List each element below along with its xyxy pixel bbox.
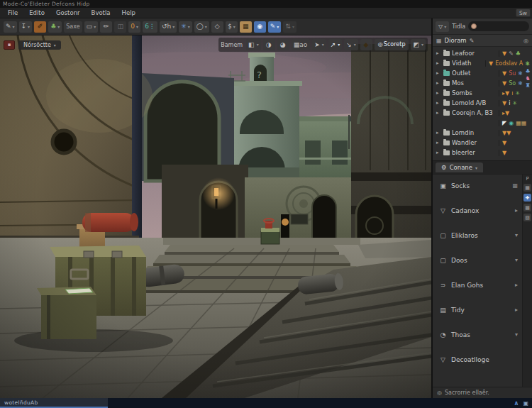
mesh-icon[interactable]: ▼ bbox=[502, 50, 506, 57]
properties-row[interactable]: ⊃ Elan Gohs ▸ bbox=[439, 280, 518, 290]
toolbar-button[interactable]: ✏ ▾ bbox=[100, 21, 112, 33]
viewport-toggle-button[interactable]: ➤ ▾ bbox=[312, 39, 326, 50]
outliner-row[interactable]: ▸ Outlet ▼ Su ❄ bbox=[433, 68, 532, 78]
viewport-toggle-button[interactable]: ◕ ▾ bbox=[277, 39, 289, 50]
data-type-icon[interactable]: ♣ bbox=[525, 68, 530, 75]
properties-row[interactable]: ▢ Doos ▾ bbox=[439, 255, 518, 265]
data-type-icon[interactable]: ♜ bbox=[525, 82, 530, 89]
expand-arrow-icon[interactable]: ▸ bbox=[436, 90, 441, 96]
menu-item[interactable]: Help bbox=[117, 9, 140, 17]
chevron-icon[interactable]: ▸ bbox=[515, 207, 518, 214]
badge-icon[interactable]: ▦▦ bbox=[516, 120, 526, 126]
expand-arrow-icon[interactable]: ▸ bbox=[436, 150, 441, 155]
toolbar-button[interactable]: ♣ ▾ bbox=[48, 21, 62, 33]
toolbar-button[interactable]: ↺h ▾ bbox=[160, 21, 177, 33]
properties-row[interactable]: ▽ Cadanox ▸ bbox=[439, 205, 518, 216]
viewport-toggle-button[interactable]: ◩ ▾ bbox=[411, 39, 426, 50]
toolbar-button[interactable]: ▦ ▾ bbox=[240, 21, 252, 33]
outliner-row[interactable]: ▸ Coorejn A, B3 ▸▼ bbox=[433, 108, 532, 118]
mesh-icon[interactable]: ▸▼ bbox=[502, 90, 509, 97]
outliner-row[interactable]: ▸ bleerler ▼ bbox=[433, 148, 532, 158]
properties-row[interactable]: ◔ Thoas ▾ bbox=[439, 329, 518, 340]
mesh-icon[interactable]: ▼ bbox=[502, 150, 506, 156]
property-tab-icon[interactable]: ▨ bbox=[523, 214, 531, 221]
property-tab-icon[interactable]: ▦ bbox=[523, 184, 531, 192]
outliner-row[interactable]: ▸ Lomold A/B ▼ i ✳ bbox=[433, 98, 532, 108]
chevron-icon[interactable]: ▸ bbox=[515, 282, 518, 288]
toolbar-button[interactable]: ✐ ▾ bbox=[34, 21, 46, 33]
outliner-row[interactable]: ▸ Sombs ▸▼ ı ✳ bbox=[433, 88, 532, 98]
menu-item[interactable]: File bbox=[3, 9, 23, 17]
toolbar-button[interactable]: ◉ ▾ bbox=[254, 21, 266, 33]
properties-row[interactable]: ▣ Socks ▦ bbox=[439, 180, 518, 191]
viewport-toggle-button[interactable]: ◑ ▾ bbox=[263, 39, 275, 50]
toolbar-button[interactable]: Saxe ▾ bbox=[64, 21, 82, 33]
mesh-icon[interactable]: ▼ bbox=[502, 70, 506, 77]
search-input[interactable] bbox=[468, 21, 529, 31]
badge-icon[interactable]: ı bbox=[511, 90, 513, 97]
outliner-row[interactable]: ▸ Vidath ▼ Eodslav A ❄ bbox=[433, 58, 532, 68]
status-grid-icon[interactable]: ▣ bbox=[523, 400, 528, 407]
chevron-icon[interactable]: ▾ bbox=[515, 257, 518, 263]
toolbar-button[interactable]: ◫ ▾ bbox=[114, 21, 126, 33]
expand-arrow-icon[interactable]: ▸ bbox=[436, 110, 441, 116]
data-type-icon[interactable]: ♞ bbox=[525, 75, 530, 82]
viewport-toggle-button[interactable]: ◎ Scoretp ▾ bbox=[375, 39, 409, 50]
toolbar-button[interactable]: ▭ ▾ bbox=[84, 21, 99, 33]
badge-icon[interactable]: ❄ bbox=[518, 70, 523, 77]
toolbar-button[interactable]: 6⋮ ▾ bbox=[143, 21, 157, 33]
viewport-toggle-button[interactable]: ▦ao ▾ bbox=[292, 39, 311, 50]
badge-icon[interactable]: ❄ bbox=[518, 80, 523, 87]
properties-row[interactable]: ▤ Tidy ▸ bbox=[439, 304, 518, 315]
badge-icon[interactable]: Eodslav A bbox=[495, 60, 523, 67]
menu-item[interactable]: Gostonr bbox=[51, 9, 85, 17]
badge-icon[interactable]: Su bbox=[509, 70, 516, 77]
expand-arrow-icon[interactable]: ▸ bbox=[436, 100, 441, 106]
badge-icon[interactable]: ◉ bbox=[509, 120, 514, 126]
chevron-icon[interactable]: ▦ bbox=[512, 182, 518, 189]
outliner-row[interactable]: ▸ Lomdin ▼▼ bbox=[433, 128, 532, 138]
badge-icon[interactable]: So bbox=[509, 80, 516, 87]
mesh-icon[interactable]: ▸▼ bbox=[502, 110, 509, 116]
panel-corner-button[interactable]: Sw bbox=[516, 9, 531, 17]
toolbar-button[interactable]: ◯ ▾ bbox=[194, 21, 209, 33]
visibility-icon[interactable]: ◎ bbox=[523, 38, 528, 44]
viewport-toggle-button[interactable]: ↘ ▾ bbox=[344, 39, 358, 50]
view-dropdown[interactable]: Nórsöctte ▾ bbox=[18, 40, 61, 50]
toolbar-button[interactable]: ↧ ▾ bbox=[19, 21, 33, 33]
properties-row[interactable]: ▢ Eliklaros ▾ bbox=[439, 230, 518, 241]
toolbar-button[interactable]: 0 ▾ bbox=[128, 21, 140, 33]
expand-arrow-icon[interactable]: ▸ bbox=[436, 130, 441, 136]
chevron-icon[interactable]: ▾ bbox=[515, 331, 518, 338]
outliner-row[interactable]: ▸ Wandler ▼ bbox=[433, 138, 532, 148]
editor-mode-button[interactable]: ▪ bbox=[4, 40, 15, 50]
mesh-icon[interactable]: ▼ bbox=[502, 100, 506, 106]
badge-icon[interactable]: ✳ bbox=[515, 90, 520, 97]
menu-item[interactable]: Edito bbox=[24, 9, 50, 17]
expand-arrow-icon[interactable]: ▸ bbox=[436, 80, 441, 86]
viewport-toggle-button[interactable]: ◧ ▾ bbox=[246, 39, 261, 50]
viewport-toggle-button[interactable]: ◆ ▾ bbox=[360, 39, 372, 50]
mesh-icon[interactable]: ▼ bbox=[502, 140, 506, 146]
properties-tab[interactable]: ⚙ Conane ▾ bbox=[436, 162, 483, 172]
property-tab-icon[interactable]: ✚ bbox=[523, 194, 531, 202]
chevron-icon[interactable]: ▾ bbox=[515, 232, 518, 238]
mesh-icon[interactable]: ▼ bbox=[502, 80, 506, 87]
viewport-toggle-button[interactable]: ↗ ▾ bbox=[328, 39, 343, 50]
toolbar-button[interactable]: ✎ ▾ bbox=[268, 21, 282, 33]
property-tab-icon[interactable]: ▩ bbox=[523, 204, 531, 211]
mesh-icon[interactable]: ▼▼ bbox=[502, 130, 511, 136]
mesh-icon[interactable]: ▼ bbox=[489, 60, 493, 67]
properties-row[interactable]: ▽ Decoatlloge bbox=[439, 354, 518, 365]
outliner-row[interactable]: ▸ Leafoor ▼ ✎ ♣ bbox=[433, 48, 532, 58]
outliner-row-cursor[interactable]: ◤ ◉ ▦▦ bbox=[433, 118, 532, 128]
outliner-filter-button[interactable]: ▽ ▾ bbox=[436, 21, 449, 32]
pin-icon[interactable]: P bbox=[526, 176, 528, 182]
badge-icon[interactable]: ✎ bbox=[509, 50, 514, 57]
toolbar-button[interactable]: ◇ ▾ bbox=[211, 21, 223, 33]
menu-item[interactable]: Bvotla bbox=[87, 9, 116, 17]
toolbar-button[interactable]: ⇅ ▾ bbox=[283, 21, 297, 33]
toolbar-button[interactable]: $ ▾ bbox=[226, 21, 238, 33]
expand-arrow-icon[interactable]: ▸ bbox=[436, 70, 441, 76]
expand-arrow-icon[interactable]: ▸ bbox=[436, 60, 441, 66]
